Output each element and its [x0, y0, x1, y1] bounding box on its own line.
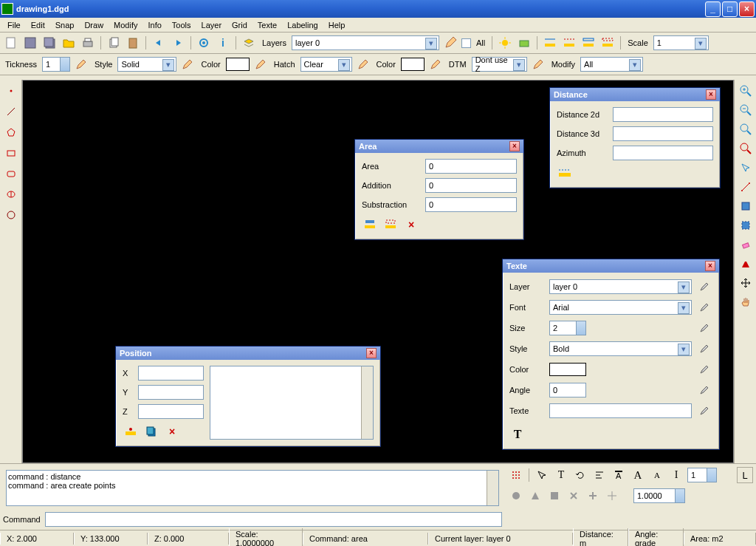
- arrow-icon[interactable]: [738, 160, 754, 176]
- zoom-fit-icon[interactable]: [738, 121, 754, 137]
- texte-style-select[interactable]: Bold: [549, 341, 692, 356]
- pencil-icon-t5[interactable]: [696, 361, 712, 378]
- menu-labeling[interactable]: Labeling: [283, 19, 323, 31]
- position-tool1-icon[interactable]: [123, 423, 139, 440]
- position-z-input[interactable]: [138, 404, 204, 419]
- print-icon[interactable]: [80, 35, 96, 51]
- azimuth-input[interactable]: [613, 146, 713, 160]
- align-icon[interactable]: [591, 467, 608, 483]
- texte-angle-input[interactable]: 0: [549, 383, 586, 397]
- cursor-icon[interactable]: I: [668, 467, 684, 483]
- print2-icon[interactable]: [516, 35, 532, 51]
- grid-dots-icon[interactable]: [508, 467, 524, 483]
- shape-square-icon[interactable]: [546, 488, 563, 504]
- select-rect-icon[interactable]: [738, 198, 754, 214]
- position-x-input[interactable]: [138, 366, 204, 381]
- position-y-input[interactable]: [138, 385, 204, 400]
- area-panel-close[interactable]: ×: [509, 141, 520, 151]
- hatch-select[interactable]: Clear: [300, 57, 352, 72]
- copy-icon[interactable]: [106, 35, 122, 51]
- scale-select[interactable]: 1: [653, 35, 709, 50]
- hand-icon[interactable]: [738, 294, 754, 310]
- arrow2-icon[interactable]: [534, 467, 550, 483]
- undo-icon[interactable]: [151, 35, 167, 51]
- position-delete-icon[interactable]: ×: [164, 423, 180, 440]
- menu-edit[interactable]: Edit: [27, 19, 49, 31]
- eraser-icon[interactable]: [738, 236, 754, 253]
- ruler-icon[interactable]: [557, 165, 573, 181]
- color-swatch[interactable]: [226, 58, 250, 71]
- position-panel-close[interactable]: ×: [366, 348, 377, 358]
- close-button[interactable]: ×: [739, 1, 755, 17]
- pencil-icon-t4[interactable]: [696, 341, 712, 357]
- sun-icon[interactable]: [497, 35, 513, 51]
- dim-icon-3[interactable]: [580, 35, 597, 51]
- circle-tool-icon[interactable]: [3, 207, 19, 223]
- small-a-icon[interactable]: A: [649, 467, 665, 483]
- color2-swatch[interactable]: [401, 58, 425, 71]
- pencil-icon-2[interactable]: [73, 56, 89, 72]
- texte-layer-select[interactable]: layer 0: [549, 279, 692, 294]
- pencil-icon-6[interactable]: [427, 56, 444, 72]
- layers-select[interactable]: layer 0: [292, 35, 439, 50]
- menu-texte[interactable]: Texte: [253, 19, 281, 31]
- texte-font-select[interactable]: Arial: [549, 300, 692, 315]
- l-button[interactable]: L: [737, 467, 753, 483]
- menu-snap[interactable]: Snap: [51, 19, 79, 31]
- area-area-input[interactable]: 0: [425, 159, 517, 174]
- shape-cross-icon[interactable]: [604, 488, 620, 504]
- menu-modify[interactable]: Modify: [109, 19, 142, 31]
- rounded-rect-tool-icon[interactable]: [3, 165, 19, 182]
- text-tool-icon[interactable]: T: [509, 426, 526, 443]
- line-tool-icon[interactable]: [3, 103, 19, 120]
- command-input[interactable]: [45, 512, 502, 527]
- shape-circle-icon[interactable]: [508, 488, 524, 504]
- area-tool2-icon[interactable]: [382, 216, 399, 233]
- zoom-window-icon[interactable]: [738, 140, 754, 157]
- shape-triangle-icon[interactable]: [527, 488, 543, 504]
- select-lasso-icon[interactable]: [738, 217, 754, 233]
- menu-grid[interactable]: Grid: [227, 19, 252, 31]
- rectangle-tool-icon[interactable]: [3, 145, 19, 161]
- pencil-icon-t7[interactable]: [696, 403, 712, 419]
- num-spinner[interactable]: 1: [687, 468, 717, 482]
- measure-icon[interactable]: [738, 179, 754, 195]
- info-icon[interactable]: i: [215, 35, 231, 51]
- menu-file[interactable]: File: [3, 19, 25, 31]
- paste-icon[interactable]: [125, 35, 141, 51]
- pencil-icon-5[interactable]: [355, 56, 371, 72]
- save-all-icon[interactable]: [41, 35, 58, 51]
- text-icon[interactable]: T: [553, 467, 569, 483]
- new-file-icon[interactable]: [3, 35, 19, 51]
- distance-panel-close[interactable]: ×: [706, 89, 716, 100]
- dim-icon-4[interactable]: [599, 35, 616, 51]
- menu-tools[interactable]: Tools: [168, 19, 196, 31]
- shape-plus-icon[interactable]: [585, 488, 601, 504]
- distance-2d-input[interactable]: [613, 107, 713, 122]
- save-icon[interactable]: [22, 35, 38, 51]
- zoom-out-icon[interactable]: [738, 102, 754, 118]
- settings-gear-icon[interactable]: [196, 35, 212, 51]
- area-addition-input[interactable]: 0: [425, 178, 517, 193]
- area-tool1-icon[interactable]: [362, 216, 378, 233]
- pencil-icon-3[interactable]: [179, 56, 196, 72]
- point-tool-icon[interactable]: [3, 83, 19, 99]
- overline-icon[interactable]: A: [611, 467, 627, 483]
- pencil-icon-7[interactable]: [530, 56, 546, 72]
- minimize-button[interactable]: _: [705, 1, 721, 17]
- open-folder-icon[interactable]: [61, 35, 77, 51]
- menu-help[interactable]: Help: [324, 19, 350, 31]
- pencil-icon-t1[interactable]: [696, 279, 712, 295]
- maximize-button[interactable]: □: [722, 1, 738, 17]
- pencil-icon-4[interactable]: [252, 56, 269, 72]
- texte-size-spinner[interactable]: 2: [549, 321, 586, 335]
- pencil-icon[interactable]: [442, 35, 458, 51]
- area-delete-icon[interactable]: ×: [403, 216, 419, 233]
- cmdlog-scrollbar[interactable]: [487, 471, 498, 505]
- pencil-icon-t2[interactable]: [696, 299, 712, 315]
- shape-x-icon[interactable]: [566, 488, 582, 504]
- move-icon[interactable]: [738, 275, 754, 291]
- zoom-in-icon[interactable]: [738, 83, 754, 99]
- scrollbar[interactable]: [361, 366, 373, 439]
- pencil-icon-t6[interactable]: [696, 382, 712, 398]
